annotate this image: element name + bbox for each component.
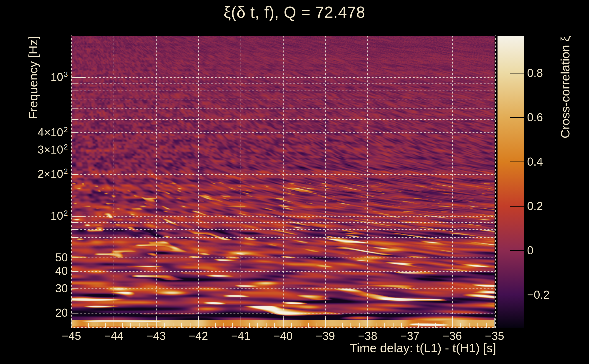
x-tick-mark xyxy=(283,318,284,328)
y-tick-mark xyxy=(72,132,78,133)
y-tick-mark xyxy=(72,108,78,109)
x-tick-label: −35 xyxy=(476,330,513,342)
x-tick-mark xyxy=(274,323,275,328)
plot-area xyxy=(72,36,495,328)
x-tick-mark xyxy=(460,323,461,328)
x-tick-mark xyxy=(401,323,402,328)
x-tick-mark xyxy=(410,318,410,328)
colorbar-tick-mark xyxy=(510,295,524,295)
x-tick-label: −38 xyxy=(349,330,386,342)
y-tick-mark xyxy=(72,258,78,258)
x-tick-mark xyxy=(478,323,478,328)
x-tick-mark xyxy=(88,323,89,328)
colorbar-tick-mark xyxy=(510,162,524,162)
x-tick-mark xyxy=(72,318,72,328)
x-tick-mark xyxy=(122,323,123,328)
x-tick-mark xyxy=(257,323,258,328)
x-tick-mark xyxy=(427,323,427,328)
y-tick-mark xyxy=(72,313,78,313)
x-tick-mark xyxy=(139,323,139,328)
x-tick-mark xyxy=(494,318,495,328)
y-tick-label: 4×102 xyxy=(0,127,68,139)
v-gridline xyxy=(325,36,326,328)
x-tick-mark xyxy=(241,318,241,328)
x-tick-mark xyxy=(325,318,326,328)
x-tick-label: −44 xyxy=(96,330,132,342)
y-tick-mark xyxy=(72,91,78,91)
x-tick-mark xyxy=(291,323,292,328)
x-tick-mark xyxy=(444,323,444,328)
x-tick-mark xyxy=(215,323,216,328)
x-tick-mark xyxy=(156,318,157,328)
plot-title: ξ(δ t, f), Q = 72.478 xyxy=(0,4,589,21)
x-tick-mark xyxy=(359,323,360,328)
x-tick-mark xyxy=(376,323,376,328)
x-tick-mark xyxy=(418,323,419,328)
v-gridline xyxy=(452,36,453,328)
x-tick-mark xyxy=(342,323,343,328)
y-tick-mark xyxy=(72,119,78,120)
y-tick-mark xyxy=(72,237,78,238)
y-tick-label: 3×102 xyxy=(0,144,68,157)
gridlines-layer xyxy=(72,36,495,328)
y-tick-mark xyxy=(72,229,78,230)
colorbar-tick-label: 0.8 xyxy=(527,67,543,79)
x-tick-mark xyxy=(114,318,114,328)
x-tick-mark xyxy=(97,323,98,328)
colorbar-tick-label: 0 xyxy=(527,245,533,256)
x-tick-mark xyxy=(351,323,351,328)
v-gridline xyxy=(283,36,284,328)
colorbar-tick-mark xyxy=(510,117,524,118)
y-tick-mark xyxy=(72,174,78,175)
x-tick-mark xyxy=(105,323,106,328)
v-gridline xyxy=(367,36,368,328)
x-tick-mark xyxy=(308,323,309,328)
figure-root: ξ(δ t, f), Q = 72.478 1034×1023×1022×102… xyxy=(0,0,589,364)
colorbar-tick-label: 0.2 xyxy=(527,201,543,212)
x-tick-mark xyxy=(190,323,190,328)
x-tick-mark xyxy=(131,323,131,328)
x-tick-mark xyxy=(367,318,368,328)
colorbar-tick-label: 0.4 xyxy=(527,156,543,168)
colorbar xyxy=(497,36,524,328)
v-gridline xyxy=(410,36,410,328)
colorbar-tick-label: 0.6 xyxy=(527,112,543,123)
y-tick-label: 50 xyxy=(0,252,68,263)
x-tick-mark xyxy=(266,323,267,328)
x-tick-mark xyxy=(384,323,385,328)
y-tick-mark xyxy=(72,150,78,150)
x-tick-label: −42 xyxy=(180,330,217,342)
x-tick-label: −45 xyxy=(53,330,90,342)
x-tick-mark xyxy=(164,323,165,328)
x-axis-title: Time delay: t(L1) - t(H1) [s] xyxy=(72,341,496,355)
y-axis-title: Frequency [Hz] xyxy=(26,36,40,119)
x-tick-label: −36 xyxy=(434,330,471,342)
x-tick-mark xyxy=(486,323,487,328)
x-tick-mark xyxy=(232,323,233,328)
x-tick-mark xyxy=(452,318,453,328)
x-tick-mark xyxy=(300,323,301,328)
x-tick-mark xyxy=(173,323,173,328)
colorbar-tick-mark xyxy=(510,250,524,251)
x-tick-mark xyxy=(223,323,224,328)
y-tick-mark xyxy=(72,271,78,272)
x-tick-label: −39 xyxy=(307,330,343,342)
y-tick-label: 2×102 xyxy=(0,168,68,181)
v-gridline xyxy=(156,36,157,328)
y-tick-label: 30 xyxy=(0,283,68,294)
y-tick-label: 102 xyxy=(0,210,68,223)
y-tick-mark xyxy=(72,247,78,247)
x-tick-label: −41 xyxy=(223,330,259,342)
y-tick-mark xyxy=(72,216,85,217)
v-gridline xyxy=(198,36,199,328)
x-tick-mark xyxy=(469,323,470,328)
colorbar-tick-mark xyxy=(510,73,524,73)
y-tick-mark xyxy=(72,288,78,289)
x-tick-mark xyxy=(198,318,199,328)
x-tick-mark xyxy=(80,323,80,328)
colorbar-tick-mark xyxy=(510,206,524,207)
x-tick-mark xyxy=(334,323,334,328)
y-tick-mark xyxy=(72,222,78,223)
x-tick-label: −43 xyxy=(138,330,174,342)
v-gridline xyxy=(114,36,114,328)
